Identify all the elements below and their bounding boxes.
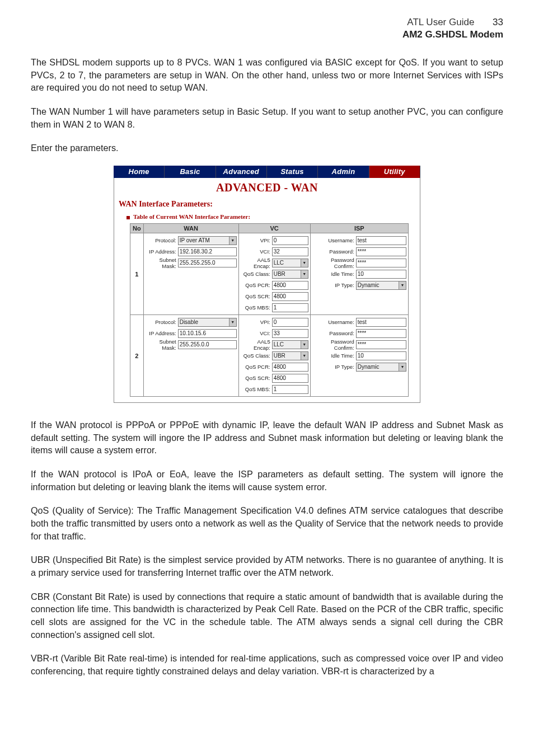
section-heading: WAN Interface Parameters: — [119, 200, 415, 209]
paragraph: If the WAN protocol is PPPoA or PPPoE wi… — [31, 419, 503, 457]
row-number: 1 — [130, 233, 144, 315]
page-number: 33 — [493, 17, 503, 28]
qos-pcr-input[interactable]: 4800 — [272, 363, 308, 372]
menu-admin[interactable]: Admin — [318, 166, 369, 178]
table-row: 2 Protocol:Disable▼ IP Address:10.10.15.… — [130, 315, 409, 397]
col-isp: ISP — [310, 224, 408, 233]
col-wan: WAN — [143, 224, 238, 233]
vci-input[interactable]: 33 — [272, 329, 308, 338]
vpi-input[interactable]: 0 — [272, 236, 308, 245]
ip-address-input[interactable]: 10.10.15.6 — [178, 329, 237, 338]
paragraph: QoS (Quality of Service): The Traffic Ma… — [31, 504, 503, 542]
menu-utility[interactable]: Utility — [369, 166, 420, 178]
dropdown-arrow-icon: ▼ — [301, 270, 308, 278]
qos-class-select[interactable]: UBR▼ — [272, 351, 308, 360]
username-input[interactable]: test — [356, 236, 406, 245]
wan-parameter-table: No WAN VC ISP 1 Protocol:IP over ATM▼ IP… — [130, 223, 409, 397]
col-vc: VC — [238, 224, 310, 233]
page-title: ADVANCED - WAN — [119, 181, 415, 194]
menu-bar: Home Basic Advanced Status Admin Utility — [114, 166, 420, 178]
paragraph: The WAN Number 1 will have parameters se… — [31, 105, 503, 130]
paragraph: Enter the parameters. — [31, 142, 503, 154]
vpi-input[interactable]: 0 — [272, 318, 308, 327]
dropdown-arrow-icon: ▼ — [229, 318, 236, 326]
row-number: 2 — [130, 315, 144, 397]
idle-time-input[interactable]: 10 — [356, 270, 406, 279]
paragraph: VBR-rt (Varible Bit Rate real-time) is i… — [31, 652, 503, 677]
qos-mbs-input[interactable]: 1 — [272, 303, 308, 312]
dropdown-arrow-icon: ▼ — [229, 237, 236, 245]
password-input[interactable]: **** — [356, 247, 406, 256]
menu-basic[interactable]: Basic — [165, 166, 216, 178]
menu-home[interactable]: Home — [114, 166, 165, 178]
table-caption: Table of Current WAN Interface Parameter… — [133, 213, 250, 220]
paragraph: The SHDSL modem supports up to 8 PVCs. W… — [31, 56, 503, 94]
paragraph: CBR (Constant Bit Rate) is used by conne… — [31, 590, 503, 641]
qos-scr-input[interactable]: 4800 — [272, 292, 308, 301]
ip-type-select[interactable]: Dynamic▼ — [356, 363, 406, 372]
menu-status[interactable]: Status — [267, 166, 318, 178]
qos-class-select[interactable]: UBR▼ — [272, 270, 308, 279]
bullet-icon — [127, 216, 130, 219]
header-product: AM2 G.SHDSL Modem — [31, 29, 503, 40]
username-input[interactable]: test — [356, 318, 406, 327]
dropdown-arrow-icon: ▼ — [399, 363, 406, 371]
protocol-select[interactable]: Disable▼ — [178, 318, 237, 327]
ip-type-select[interactable]: Dynamic▼ — [356, 281, 406, 290]
qos-mbs-input[interactable]: 1 — [272, 385, 308, 394]
dropdown-arrow-icon: ▼ — [301, 341, 308, 349]
protocol-select[interactable]: IP over ATM▼ — [178, 236, 237, 245]
idle-time-input[interactable]: 10 — [356, 351, 406, 360]
menu-advanced[interactable]: Advanced — [216, 166, 267, 178]
paragraph: If the WAN protocol is IPoA or EoA, leav… — [31, 468, 503, 493]
col-no: No — [130, 224, 144, 233]
subnet-mask-input[interactable]: 255.255.0.0 — [178, 340, 237, 349]
aal5-select[interactable]: LLC▼ — [272, 340, 308, 349]
subnet-mask-input[interactable]: 255.255.255.0 — [178, 259, 237, 267]
vci-input[interactable]: 32 — [272, 247, 308, 256]
password-input[interactable]: **** — [356, 329, 406, 338]
paragraph: UBR (Unspecified Bit Rate) is the simple… — [31, 553, 503, 579]
ip-address-input[interactable]: 192.168.30.2 — [178, 247, 237, 256]
dropdown-arrow-icon: ▼ — [399, 281, 406, 289]
dropdown-arrow-icon: ▼ — [301, 352, 308, 360]
header-guide-title: ATL User Guide — [407, 17, 474, 27]
aal5-select[interactable]: LLC▼ — [272, 259, 308, 267]
qos-scr-input[interactable]: 4800 — [272, 374, 308, 383]
password-confirm-input[interactable]: **** — [356, 259, 406, 267]
table-row: 1 Protocol:IP over ATM▼ IP Address:192.1… — [130, 233, 409, 315]
password-confirm-input[interactable]: **** — [356, 340, 406, 349]
dropdown-arrow-icon: ▼ — [301, 259, 308, 267]
qos-pcr-input[interactable]: 4800 — [272, 281, 308, 290]
embedded-screenshot: Home Basic Advanced Status Admin Utility… — [114, 166, 420, 403]
